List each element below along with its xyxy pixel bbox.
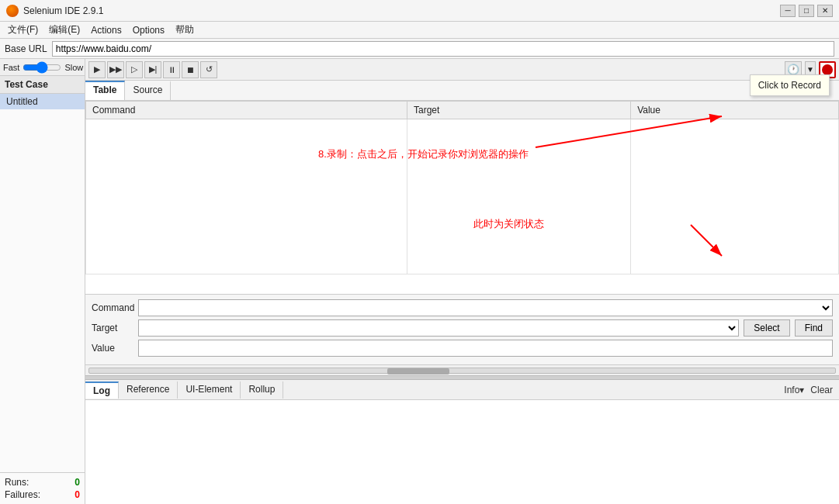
h-scrollbar[interactable] xyxy=(85,364,839,375)
command-row: Command xyxy=(92,299,833,316)
tab-source[interactable]: Source xyxy=(125,81,171,100)
base-url-input[interactable] xyxy=(52,41,834,57)
form-area: Command Target Select Find Value xyxy=(85,294,839,364)
slow-label: Slow xyxy=(64,63,83,72)
right-panel: ▶ ▶▶ ▷ ▶| ⏸ ⏹ ↺ 🕐 ▼ Table xyxy=(85,59,839,504)
rollup-button[interactable]: ↺ xyxy=(200,61,217,78)
pause-button[interactable]: ⏸ xyxy=(163,61,180,78)
play-all-button[interactable]: ▶▶ xyxy=(107,61,124,78)
base-url-label: Base URL xyxy=(5,43,47,54)
menu-file[interactable]: 文件(F) xyxy=(3,22,43,37)
failures-value: 0 xyxy=(75,489,80,500)
table-row xyxy=(86,119,839,274)
left-panel: Fast Slow Test Case Untitled Runs: 0 Fai… xyxy=(0,59,85,504)
speed-bar: Fast Slow xyxy=(0,59,85,76)
tab-reference[interactable]: Reference xyxy=(119,381,178,399)
toolbar-buttons: ▶ ▶▶ ▷ ▶| ⏸ ⏹ ↺ xyxy=(88,61,217,78)
select-button[interactable]: Select xyxy=(744,319,789,337)
bottom-tabs: Log Reference UI-Element Rollup Info▾ Cl… xyxy=(85,380,839,400)
speed-slider[interactable] xyxy=(23,61,61,74)
step-button[interactable]: ▶| xyxy=(144,61,161,78)
col-target: Target xyxy=(407,102,631,119)
info-button[interactable]: Info▾ xyxy=(784,385,804,395)
bottom-tabs-right: Info▾ Clear xyxy=(784,385,839,395)
menu-help[interactable]: 帮助 xyxy=(171,22,199,37)
value-row: Value xyxy=(92,340,833,357)
close-button[interactable]: ✕ xyxy=(817,5,833,17)
stop-button[interactable]: ⏹ xyxy=(182,61,199,78)
click-to-record-bubble: Click to Record xyxy=(750,74,830,96)
target-label: Target xyxy=(92,323,138,333)
bottom-tabs-left: Log Reference UI-Element Rollup xyxy=(85,381,283,399)
menu-actions[interactable]: Actions xyxy=(86,24,126,36)
value-label: Value xyxy=(92,343,138,354)
bottom-panel: Log Reference UI-Element Rollup Info▾ Cl… xyxy=(85,380,839,504)
fast-label: Fast xyxy=(3,63,19,72)
bottom-content xyxy=(85,400,839,504)
target-row: Target Select Find xyxy=(92,319,833,337)
tab-ui-element[interactable]: UI-Element xyxy=(178,381,241,399)
tab-log[interactable]: Log xyxy=(85,381,119,399)
minimize-button[interactable]: ─ xyxy=(780,5,796,17)
h-scroll-track[interactable] xyxy=(88,368,836,374)
failures-label: Failures: xyxy=(5,489,40,500)
content-tabs: Table Source xyxy=(85,81,839,101)
col-value: Value xyxy=(631,102,839,119)
col-command: Command xyxy=(86,102,407,119)
tab-rollup[interactable]: Rollup xyxy=(241,381,283,399)
runs-value: 0 xyxy=(75,477,80,488)
h-scroll-thumb[interactable] xyxy=(387,368,449,375)
main-area: Fast Slow Test Case Untitled Runs: 0 Fai… xyxy=(0,59,839,504)
title-bar: Selenium IDE 2.9.1 ─ □ ✕ xyxy=(0,0,839,22)
click-to-record-text: Click to Record xyxy=(758,80,821,91)
play-current-button[interactable]: ▷ xyxy=(126,61,143,78)
play-button[interactable]: ▶ xyxy=(88,61,106,78)
clear-button[interactable]: Clear xyxy=(810,385,833,395)
tab-table[interactable]: Table xyxy=(85,81,125,100)
maximize-button[interactable]: □ xyxy=(799,5,814,17)
base-url-bar: Base URL xyxy=(0,39,839,59)
command-select[interactable] xyxy=(138,299,833,316)
test-case-item[interactable]: Untitled xyxy=(0,94,85,109)
app-icon xyxy=(6,5,19,17)
command-table: Command Target Value xyxy=(85,101,839,274)
test-case-header: Test Case xyxy=(0,76,85,94)
app-title: Selenium IDE 2.9.1 xyxy=(23,5,103,16)
stats-area: Runs: 0 Failures: 0 xyxy=(0,472,85,504)
menu-edit[interactable]: 编辑(E) xyxy=(44,22,85,37)
menu-bar: 文件(F) 编辑(E) Actions Options 帮助 xyxy=(0,22,839,39)
runs-label: Runs: xyxy=(5,477,29,488)
value-input[interactable] xyxy=(138,340,833,357)
target-select[interactable] xyxy=(138,319,739,337)
command-label: Command xyxy=(92,302,138,313)
menu-options[interactable]: Options xyxy=(128,24,169,36)
find-button[interactable]: Find xyxy=(795,319,833,337)
record-circle xyxy=(822,64,833,75)
top-toolbar: ▶ ▶▶ ▷ ▶| ⏸ ⏹ ↺ 🕐 ▼ xyxy=(85,59,839,81)
table-area: Command Target Value xyxy=(85,101,839,294)
